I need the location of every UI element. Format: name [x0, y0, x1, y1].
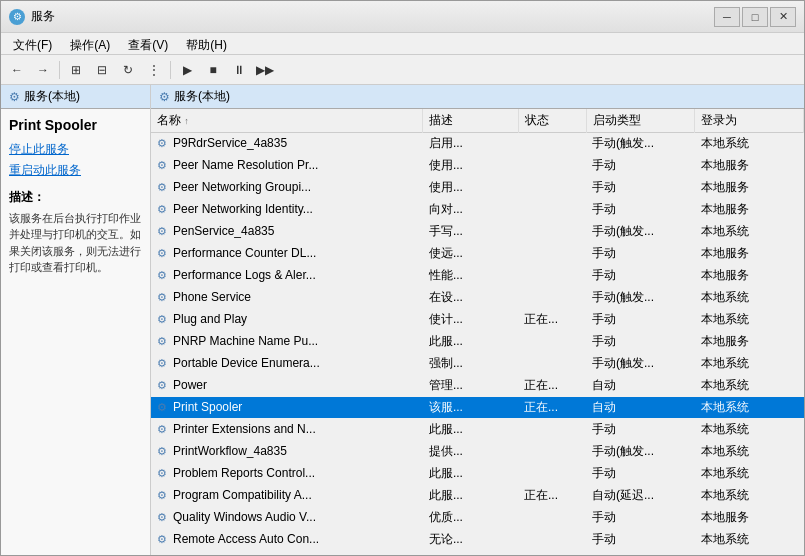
show-extended-view[interactable]: ⊟	[90, 59, 114, 81]
col-header-start[interactable]: 启动类型	[586, 109, 695, 133]
table-row[interactable]: ⚙Peer Name Resolution Pr... 使用... 手动 本地服…	[151, 155, 804, 177]
cell-start-type: 手动	[586, 155, 695, 177]
table-row[interactable]: ⚙Peer Networking Groupi... 使用... 手动 本地服务	[151, 177, 804, 199]
service-icon: ⚙	[157, 489, 171, 503]
close-button[interactable]: ✕	[770, 7, 796, 27]
table-row[interactable]: ⚙Phone Service 在设... 手动(触发... 本地系统	[151, 287, 804, 309]
table-header-row: 名称 ↑ 描述 状态 启动类型 登录为	[151, 109, 804, 133]
table-row[interactable]: ⚙Plug and Play 使计... 正在... 手动 本地系统	[151, 309, 804, 331]
minimize-button[interactable]: ─	[714, 7, 740, 27]
left-panel-icon: ⚙	[9, 90, 20, 104]
export-button[interactable]: ⋮	[142, 59, 166, 81]
title-bar: ⚙ 服务 ─ □ ✕	[1, 1, 804, 33]
service-icon: ⚙	[157, 225, 171, 239]
back-button[interactable]: ←	[5, 59, 29, 81]
cell-start-type: 手动	[586, 243, 695, 265]
selected-service-name: Print Spooler	[9, 117, 142, 133]
app-icon: ⚙	[9, 9, 25, 25]
restart-service-link[interactable]: 重启动此服务	[9, 162, 142, 179]
restart-service-button[interactable]: ▶▶	[253, 59, 277, 81]
cell-name: ⚙Power	[151, 375, 423, 397]
table-row[interactable]: ⚙P9RdrService_4a835 启用... 手动(触发... 本地系统	[151, 133, 804, 155]
pause-service-button[interactable]: ⏸	[227, 59, 251, 81]
cell-login: 本地服务	[695, 199, 804, 221]
cell-name: ⚙Print Spooler	[151, 397, 423, 419]
cell-login: 本地服务	[695, 177, 804, 199]
cell-desc: 此服...	[423, 419, 518, 441]
cell-start-type: 手动	[586, 199, 695, 221]
table-row[interactable]: ⚙Remote Access Auto Con... 无论... 手动 本地系统	[151, 529, 804, 551]
table-row[interactable]: ⚙Print Spooler 该服... 正在... 自动 本地系统	[151, 397, 804, 419]
cell-login: 本地系统	[695, 529, 804, 551]
forward-button[interactable]: →	[31, 59, 55, 81]
col-header-desc[interactable]: 描述	[423, 109, 518, 133]
menu-view[interactable]: 查看(V)	[120, 35, 176, 52]
service-icon: ⚙	[157, 379, 171, 393]
maximize-button[interactable]: □	[742, 7, 768, 27]
stop-service-button[interactable]: ■	[201, 59, 225, 81]
cell-start-type: 手动	[586, 419, 695, 441]
cell-login: 本地系统	[695, 441, 804, 463]
service-icon: ⚙	[157, 181, 171, 195]
col-header-status[interactable]: 状态	[518, 109, 586, 133]
cell-login: 本地服务	[695, 265, 804, 287]
table-row[interactable]: ⚙Remote Access Connecti... 管理... 手动 本地系统	[151, 551, 804, 556]
service-icon: ⚙	[157, 313, 171, 327]
show-standard-view[interactable]: ⊞	[64, 59, 88, 81]
cell-status	[518, 507, 586, 529]
table-row[interactable]: ⚙Portable Device Enumera... 强制... 手动(触发.…	[151, 353, 804, 375]
cell-name: ⚙Peer Name Resolution Pr...	[151, 155, 423, 177]
col-header-name[interactable]: 名称 ↑	[151, 109, 423, 133]
start-service-button[interactable]: ▶	[175, 59, 199, 81]
cell-status: 正在...	[518, 309, 586, 331]
cell-name: ⚙Performance Logs & Aler...	[151, 265, 423, 287]
cell-name: ⚙Quality Windows Audio V...	[151, 507, 423, 529]
col-header-login[interactable]: 登录为	[695, 109, 804, 133]
table-row[interactable]: ⚙Quality Windows Audio V... 优质... 手动 本地服…	[151, 507, 804, 529]
cell-login: 本地系统	[695, 375, 804, 397]
stop-service-link[interactable]: 停止此服务	[9, 141, 142, 158]
table-row[interactable]: ⚙Peer Networking Identity... 向对... 手动 本地…	[151, 199, 804, 221]
cell-start-type: 手动(触发...	[586, 221, 695, 243]
cell-status	[518, 155, 586, 177]
cell-name: ⚙Portable Device Enumera...	[151, 353, 423, 375]
menu-file[interactable]: 文件(F)	[5, 35, 60, 52]
refresh-button[interactable]: ↻	[116, 59, 140, 81]
cell-status	[518, 551, 586, 556]
cell-status	[518, 353, 586, 375]
cell-start-type: 手动	[586, 309, 695, 331]
cell-login: 本地系统	[695, 463, 804, 485]
table-row[interactable]: ⚙PNRP Machine Name Pu... 此服... 手动 本地服务	[151, 331, 804, 353]
cell-name: ⚙Performance Counter DL...	[151, 243, 423, 265]
cell-name: ⚙P9RdrService_4a835	[151, 133, 423, 155]
cell-start-type: 手动	[586, 265, 695, 287]
cell-desc: 优质...	[423, 507, 518, 529]
cell-desc: 使计...	[423, 309, 518, 331]
window-title: 服务	[31, 8, 55, 25]
table-row[interactable]: ⚙Problem Reports Control... 此服... 手动 本地系…	[151, 463, 804, 485]
services-table-container[interactable]: 名称 ↑ 描述 状态 启动类型 登录为 ⚙P9RdrService_4a835 …	[151, 109, 804, 555]
cell-login: 本地服务	[695, 155, 804, 177]
table-row[interactable]: ⚙Performance Logs & Aler... 性能... 手动 本地服…	[151, 265, 804, 287]
table-row[interactable]: ⚙Power 管理... 正在... 自动 本地系统	[151, 375, 804, 397]
cell-login: 本地系统	[695, 133, 804, 155]
left-panel: ⚙ 服务(本地) Print Spooler 停止此服务 重启动此服务 描述： …	[1, 85, 151, 555]
cell-desc: 启用...	[423, 133, 518, 155]
table-row[interactable]: ⚙PenService_4a835 手写... 手动(触发... 本地系统	[151, 221, 804, 243]
cell-start-type: 手动	[586, 331, 695, 353]
cell-status	[518, 441, 586, 463]
cell-status	[518, 199, 586, 221]
cell-desc: 使远...	[423, 243, 518, 265]
table-row[interactable]: ⚙Performance Counter DL... 使远... 手动 本地服务	[151, 243, 804, 265]
right-panel-title: 服务(本地)	[174, 88, 230, 105]
services-table: 名称 ↑ 描述 状态 启动类型 登录为 ⚙P9RdrService_4a835 …	[151, 109, 804, 555]
table-row[interactable]: ⚙PrintWorkflow_4a835 提供... 手动(触发... 本地系统	[151, 441, 804, 463]
table-row[interactable]: ⚙Printer Extensions and N... 此服... 手动 本地…	[151, 419, 804, 441]
services-tbody: ⚙P9RdrService_4a835 启用... 手动(触发... 本地系统 …	[151, 133, 804, 556]
cell-status	[518, 243, 586, 265]
menu-action[interactable]: 操作(A)	[62, 35, 118, 52]
cell-desc: 此服...	[423, 463, 518, 485]
menu-help[interactable]: 帮助(H)	[178, 35, 235, 52]
table-row[interactable]: ⚙Program Compatibility A... 此服... 正在... …	[151, 485, 804, 507]
service-icon: ⚙	[157, 291, 171, 305]
